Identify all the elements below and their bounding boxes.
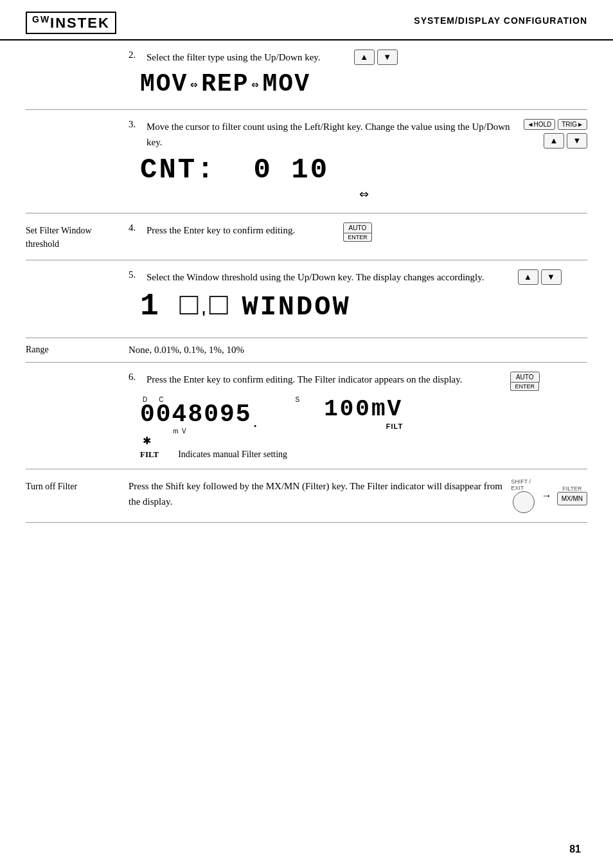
step6-num: 6. <box>129 372 140 383</box>
down-arrow-key3[interactable]: ▼ <box>541 269 562 285</box>
range-values: None, 0.01%, 0.1%, 1%, 10% <box>129 345 244 356</box>
left-label-step6 <box>26 372 129 373</box>
step5-arrow-keys: ▲ ▼ <box>518 269 562 285</box>
step6-text: Press the Enter key to confirm editing. … <box>147 372 463 387</box>
section-step3: 3. Move the cursor to filter count using… <box>26 110 587 213</box>
step4-keys: AUTO ENTER <box>301 222 372 242</box>
page-number: 81 <box>569 844 581 855</box>
step5-text: Select the Window threshold using the Up… <box>147 269 484 285</box>
arrow2: ⇔ <box>252 77 260 91</box>
filt-note: FILT Indicates manual Filter setting <box>140 449 587 460</box>
window-display-area: 1 □′□ WINDOW <box>140 289 587 326</box>
step2-arrow-keys: ▲ ▼ <box>354 50 398 65</box>
filter-label: FILTER <box>562 485 582 492</box>
shift-exit-label: SHIFT / EXIT <box>511 478 536 491</box>
step4-text: Press the Enter key to confirm editing. <box>147 222 295 238</box>
range-label: Range <box>26 345 129 355</box>
step5-num: 5. <box>129 269 140 280</box>
filt-label: FILT <box>140 449 159 460</box>
arrow-right-icon: → <box>542 490 552 502</box>
step6-auto-enter-key: AUTO ENTER <box>510 372 540 391</box>
meas-100mv: 100mV <box>324 396 403 422</box>
auto-key[interactable]: AUTO <box>343 222 373 233</box>
range-row: Range None, 0.01%, 0.1%, 1%, 10% <box>26 338 587 363</box>
meas-m-v-labels: m V <box>143 428 311 435</box>
step3-arrow-keys: ▲ ▼ <box>544 133 587 149</box>
hold-trig-keys: ◄HOLD TRIG► <box>524 119 587 130</box>
auto-enter-key: AUTO ENTER <box>343 222 373 242</box>
logo-gw: GW <box>32 14 50 24</box>
step3-row: 3. Move the cursor to filter count using… <box>129 119 587 150</box>
step6-keys: AUTO ENTER <box>469 372 540 391</box>
filt-desc: Indicates manual Filter setting <box>178 449 287 460</box>
turnoff-key-group: SHIFT / EXIT → FILTER MX/MN <box>511 478 587 513</box>
down-arrow-key2[interactable]: ▼ <box>567 133 587 149</box>
step6-row: 6. Press the Enter key to confirm editin… <box>129 372 587 391</box>
page-header: GWINSTEK SYSTEM/DISPLAY CONFIGURATION <box>0 0 613 41</box>
meas-right: 100mV FILT <box>324 396 403 430</box>
step6-auto-key[interactable]: AUTO <box>510 372 540 383</box>
logo-instek: INSTEK <box>50 15 110 31</box>
step3-num: 3. <box>129 119 140 130</box>
step2-num: 2. <box>129 50 140 60</box>
step5-keys: ▲ ▼ <box>491 269 562 285</box>
up-arrow-key[interactable]: ▲ <box>354 50 375 65</box>
meas-flt-label: FILT <box>386 422 403 430</box>
shift-key-circle[interactable] <box>513 491 535 513</box>
m-label: m V <box>143 428 186 435</box>
meas-left: DC S 0048095. m V ✱ <box>140 396 311 447</box>
step4-content: 4. Press the Enter key to confirm editin… <box>129 222 587 242</box>
turnoff-keys: SHIFT / EXIT → FILTER MX/MN <box>511 478 587 513</box>
left-label-step2 <box>26 50 129 51</box>
meas-main-number: 0048095. <box>140 401 311 430</box>
section-turn-off: Turn off Filter Press the Shift key foll… <box>26 469 587 523</box>
left-label-step5 <box>26 269 129 271</box>
mov2-text: MOV <box>263 70 310 98</box>
turnoff-row: Press the Shift key followed by the MX/M… <box>129 478 587 513</box>
mxmn-group: FILTER MX/MN <box>557 485 587 505</box>
window-left-display: 1 □′□ <box>140 289 229 326</box>
trig-key[interactable]: TRIG► <box>558 119 587 130</box>
step6-content: 6. Press the Enter key to confirm editin… <box>129 372 587 460</box>
window-right-display: WINDOW <box>242 292 350 323</box>
mov-text: MOV <box>140 70 188 98</box>
down-arrow-key[interactable]: ▼ <box>377 50 398 65</box>
up-arrow-key3[interactable]: ▲ <box>518 269 538 285</box>
page-title: SYSTEM/DISPLAY CONFIGURATION <box>414 12 587 26</box>
turnoff-text: Press the Shift key followed by the MX/M… <box>129 478 504 509</box>
mxmn-key[interactable]: MX/MN <box>557 492 587 505</box>
step3-text: Move the cursor to filter count using th… <box>147 119 510 150</box>
hold-key[interactable]: ◄HOLD <box>524 119 556 130</box>
cnt-display: CNT: 0 10 <box>140 154 587 186</box>
step2-row: 2. Select the filter type using the Up/D… <box>129 50 587 65</box>
rep-text: REP <box>201 70 249 98</box>
step4-num: 4. <box>129 222 140 233</box>
section-step2: 2. Select the filter type using the Up/D… <box>26 41 587 110</box>
main-content: 2. Select the filter type using the Up/D… <box>0 41 613 541</box>
up-arrow-key2[interactable]: ▲ <box>544 133 564 149</box>
step2-text: Select the filter type using the Up/Down… <box>147 50 321 65</box>
turnoff-content: Press the Shift key followed by the MX/M… <box>129 478 587 513</box>
left-label-step3 <box>26 119 129 120</box>
left-label-step4: Set Filter Windowthreshold <box>26 222 129 251</box>
left-label-turnoff: Turn off Filter <box>26 478 129 493</box>
logo: GWINSTEK <box>26 12 116 34</box>
step2-content: 2. Select the filter type using the Up/D… <box>129 50 587 100</box>
section-step5: 5. Select the Window threshold using the… <box>26 260 587 338</box>
step4-row: 4. Press the Enter key to confirm editin… <box>129 222 587 242</box>
meas-display: DC S 0048095. m V ✱ 100mV FILT <box>140 396 587 447</box>
step5-content: 5. Select the Window threshold using the… <box>129 269 587 329</box>
step3-keys: ◄HOLD TRIG► ▲ ▼ <box>517 119 587 149</box>
step5-row: 5. Select the Window threshold using the… <box>129 269 587 285</box>
mov-rep-display: MOV ⇔ REP ⇔ MOV <box>140 70 587 98</box>
arrow1: ⇔ <box>190 77 199 91</box>
shift-exit-group: SHIFT / EXIT <box>511 478 536 513</box>
step6-enter-key[interactable]: ENTER <box>510 383 539 391</box>
cnt-arrow: ⇔ <box>140 187 587 201</box>
section-step6: 6. Press the Enter key to confirm editin… <box>26 363 587 469</box>
step3-content: 3. Move the cursor to filter count using… <box>129 119 587 204</box>
meas-star: ✱ <box>143 435 311 447</box>
enter-key[interactable]: ENTER <box>343 233 372 242</box>
step2-keys: ▲ ▼ <box>327 50 398 65</box>
section-step4: Set Filter Windowthreshold 4. Press the … <box>26 213 587 260</box>
